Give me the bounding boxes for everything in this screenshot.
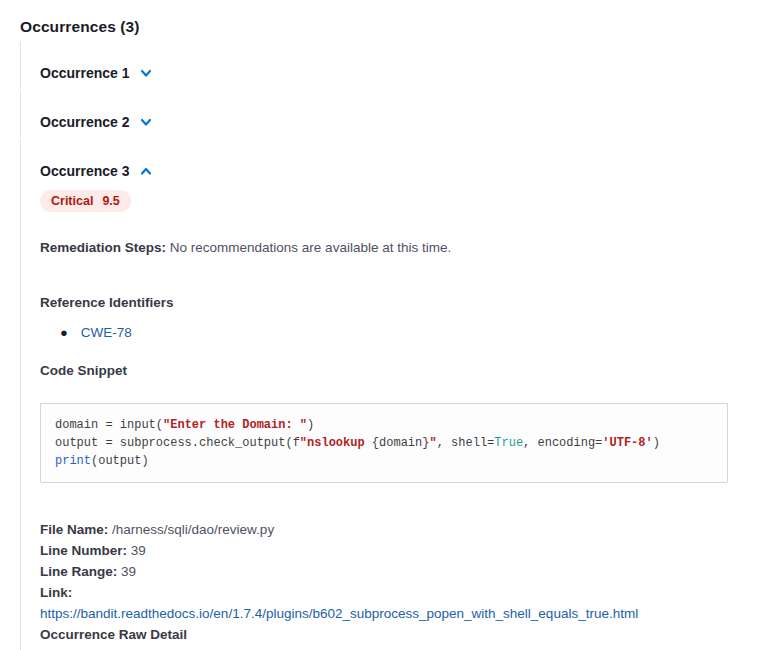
list-item: ● CWE-78 [40, 325, 771, 340]
file-name-label: File Name: [40, 522, 108, 537]
bullet-icon: ● [60, 325, 68, 340]
chevron-down-icon [139, 115, 153, 129]
occurrence-1-toggle[interactable]: Occurrence 1 [40, 65, 771, 81]
occurrence-fields: File Name: /harness/sqli/dao/review.py L… [40, 519, 771, 645]
occurrence-3-label: Occurrence 3 [40, 163, 130, 179]
occurrence-2-section: Occurrence 2 [20, 91, 771, 137]
code-line: domain = input("Enter the Domain: ") [55, 416, 713, 434]
occurrence-2-toggle[interactable]: Occurrence 2 [40, 114, 771, 130]
link-label: Link: [40, 585, 72, 600]
line-range-row: Line Range: 39 [40, 561, 771, 582]
file-name-row: File Name: /harness/sqli/dao/review.py [40, 519, 771, 540]
code-line: output = subprocess.check_output(f"nsloo… [55, 434, 713, 452]
chevron-down-icon [139, 66, 153, 80]
line-range-label: Line Range: [40, 564, 117, 579]
line-number-value: 39 [131, 543, 146, 558]
line-number-label: Line Number: [40, 543, 127, 558]
remediation-row: Remediation Steps: No recommendations ar… [40, 238, 771, 257]
severity-badge: Critical 9.5 [40, 190, 131, 212]
link-url-row: https://bandit.readthedocs.io/en/1.7.4/p… [40, 603, 771, 624]
occurrence-3-section: Occurrence 3 Critical 9.5 Remediation St… [20, 140, 771, 650]
reference-identifiers-list: ● CWE-78 [40, 325, 771, 340]
occurrences-panel: Occurrences (3) Occurrence 1 Occurrence … [0, 0, 771, 650]
code-line: print(output) [55, 452, 713, 470]
occurrence-3-toggle[interactable]: Occurrence 3 [40, 163, 771, 179]
reference-identifiers-heading: Reference Identifiers [40, 295, 771, 310]
remediation-label: Remediation Steps: [40, 240, 166, 255]
page-title: Occurrences (3) [20, 18, 771, 36]
file-name-value: /harness/sqli/dao/review.py [112, 522, 274, 537]
occurrence-1-label: Occurrence 1 [40, 65, 130, 81]
cwe-link[interactable]: CWE-78 [81, 325, 132, 340]
raw-detail-heading: Occurrence Raw Detail [40, 624, 771, 645]
line-number-row: Line Number: 39 [40, 540, 771, 561]
severity-score: 9.5 [102, 194, 119, 208]
chevron-up-icon [139, 164, 153, 178]
occurrence-1-section: Occurrence 1 [20, 42, 771, 88]
code-snippet-heading: Code Snippet [40, 363, 771, 378]
bandit-doc-link[interactable]: https://bandit.readthedocs.io/en/1.7.4/p… [40, 606, 638, 621]
line-range-value: 39 [121, 564, 136, 579]
code-snippet-box: domain = input("Enter the Domain: ")outp… [40, 403, 728, 483]
severity-label: Critical [51, 194, 93, 208]
occurrence-2-label: Occurrence 2 [40, 114, 130, 130]
link-label-row: Link: [40, 582, 771, 603]
remediation-text: No recommendations are available at this… [170, 240, 451, 255]
